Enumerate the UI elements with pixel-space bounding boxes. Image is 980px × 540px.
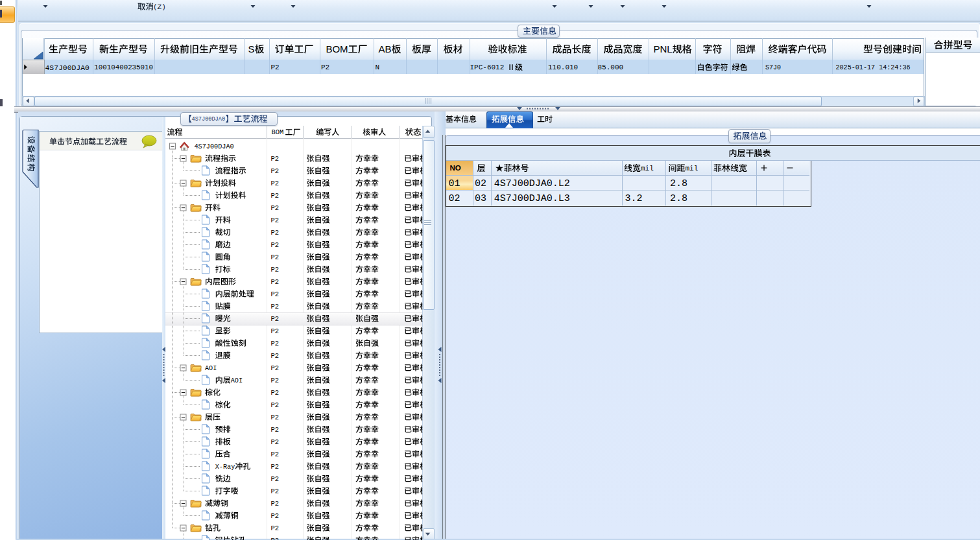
svg-text:P2: P2 [271,192,280,200]
svg-text:2.8: 2.8 [670,193,687,204]
svg-text:mil: mil [686,165,699,172]
svg-text:AB: AB [379,43,392,54]
svg-text:P2: P2 [271,253,280,261]
svg-text:P2: P2 [271,537,280,540]
svg-text:P2: P2 [271,167,280,175]
svg-text:P2: P2 [271,204,280,212]
svg-text:4S7J00DJA0: 4S7J00DJA0 [195,143,234,150]
svg-text:P2: P2 [271,451,280,458]
svg-text:P2: P2 [271,217,280,224]
svg-text:02: 02 [475,178,486,189]
svg-text:IPC-6012: IPC-6012 [470,64,505,71]
svg-text:AOI: AOI [205,365,217,372]
svg-text:2025-01-17 14:24:36: 2025-01-17 14:24:36 [836,64,911,71]
svg-text:3.2: 3.2 [625,193,643,204]
svg-text:02: 02 [448,193,460,204]
svg-text:mil: mil [641,165,654,172]
svg-text:P2: P2 [271,438,280,446]
svg-text:X-Ray: X-Ray [215,464,235,471]
svg-text:P2: P2 [271,512,280,520]
svg-text:BOM: BOM [326,43,348,54]
svg-text:NO: NO [450,164,461,172]
svg-text:P2: P2 [271,401,280,409]
svg-text:S: S [248,43,255,54]
svg-text:P2: P2 [271,340,280,347]
svg-text:P2: P2 [271,64,280,71]
svg-text:(Z): (Z) [153,3,166,11]
svg-text:10010400235010: 10010400235010 [94,64,153,71]
svg-text:P2: P2 [271,389,280,397]
svg-text:2.8: 2.8 [670,178,687,189]
svg-text:N: N [376,64,380,71]
svg-text:P2: P2 [271,524,280,532]
svg-text:P2: P2 [271,352,280,360]
svg-text:P2: P2 [271,475,280,483]
svg-text:4S7J00DJA0: 4S7J00DJA0 [45,64,90,72]
svg-text:85.000: 85.000 [598,64,624,71]
svg-text:P2: P2 [271,229,280,237]
svg-text:P2: P2 [271,327,280,335]
svg-text:P2: P2 [271,303,280,311]
svg-text:P2: P2 [271,377,280,384]
svg-text:P2: P2 [271,241,280,249]
svg-text:P2: P2 [271,266,280,274]
svg-text:P2: P2 [271,364,280,372]
svg-text:4S7J00DJA0: 4S7J00DJA0 [192,116,226,123]
svg-text:BOM: BOM [272,128,284,136]
svg-text:PNL: PNL [653,43,672,54]
svg-text:P2: P2 [271,500,280,508]
svg-text:110.010: 110.010 [548,64,578,71]
svg-text:4S7J00DJA0.L3: 4S7J00DJA0.L3 [494,193,570,204]
svg-text:P2: P2 [271,414,280,421]
svg-text:P2: P2 [321,64,329,71]
svg-text:4S7J00DJA0.L2: 4S7J00DJA0.L2 [494,178,570,189]
svg-text:P2: P2 [271,180,280,187]
svg-text:P2: P2 [271,315,280,323]
svg-text:P2: P2 [271,290,280,298]
svg-text:P2: P2 [271,155,280,163]
svg-text:P2: P2 [271,487,280,495]
svg-text:01: 01 [448,178,460,189]
svg-text:P2: P2 [271,278,280,286]
svg-text:P2: P2 [271,463,280,471]
svg-text:AOI: AOI [231,377,243,384]
svg-text:03: 03 [475,193,486,204]
svg-text:P2: P2 [271,426,280,434]
svg-text:S7J0: S7J0 [765,64,781,71]
